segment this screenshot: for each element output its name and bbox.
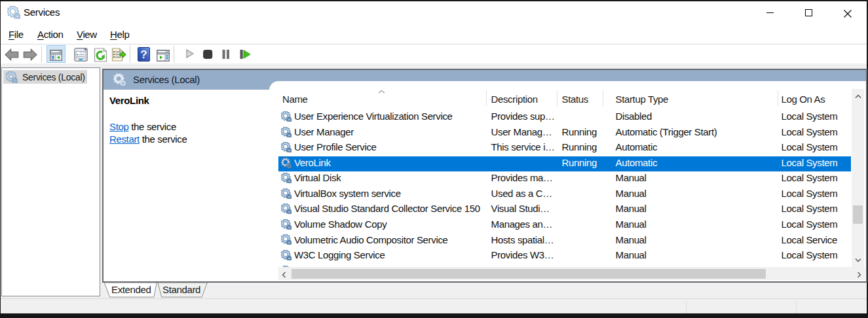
svg-text:?: ?	[140, 48, 147, 61]
